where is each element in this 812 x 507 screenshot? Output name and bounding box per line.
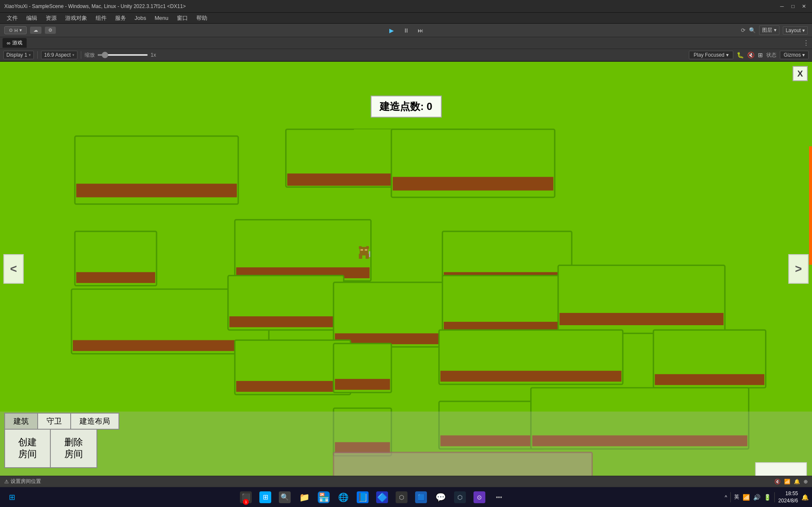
account-icon: ⊙ (9, 27, 13, 33)
display-dropdown[interactable]: Display 1 ▾ (3, 51, 34, 59)
scrollbar-indicator[interactable] (809, 146, 812, 265)
toolbar-center: ▶ ⏸ ⏭ (386, 26, 427, 35)
delete-room-button[interactable]: 删除房间 (51, 429, 97, 468)
score-box: 建造点数: 0 (370, 96, 441, 118)
chevron-down-icon: ▾ (726, 52, 729, 58)
tab-game[interactable]: ∞ 游戏 (3, 38, 27, 48)
expand-icon: ⊕ (804, 479, 808, 485)
game-tab-icon: ∞ (7, 40, 11, 46)
action-btn-row: 创建房间 删除房间 (4, 429, 119, 468)
scale-value: 1x (151, 52, 156, 58)
history-icon[interactable]: ⟳ (741, 27, 746, 33)
taskbar-start[interactable]: ⊞ (256, 489, 275, 506)
guard-tab[interactable]: 守卫 (38, 413, 71, 430)
menu-window[interactable]: 窗口 (173, 14, 191, 23)
taskbar-edge[interactable]: 🌐 (334, 489, 352, 506)
taskbar-datetime: 18:55 2024/8/6 (778, 490, 798, 504)
menu-file[interactable]: 文件 (3, 14, 21, 23)
title-bar-text: XiaoYouXi - SampleScene - Windows, Mac, … (4, 3, 186, 9)
svg-rect-40 (755, 463, 806, 476)
taskbar-unity2[interactable]: ⬡ (392, 489, 411, 506)
menu-services[interactable]: 服务 (112, 14, 129, 23)
menu-assets[interactable]: 资源 (42, 14, 60, 23)
taskbar-steam[interactable]: ⬡ (451, 489, 469, 506)
close-button[interactable]: ✕ (800, 3, 808, 10)
mute-icon[interactable]: 🔇 (747, 52, 754, 58)
cloud-button[interactable]: ☁ (30, 27, 41, 34)
aspect-dropdown[interactable]: 16:9 Aspect ▾ (41, 51, 77, 59)
menu-jobs[interactable]: Jobs (131, 14, 149, 22)
taskbar-explorer[interactable]: 📁 (295, 489, 314, 506)
wifi-icon[interactable]: 📶 (743, 494, 750, 501)
menu-bar: 文件 编辑 资源 游戏对象 组件 服务 Jobs Menu 窗口 帮助 (0, 13, 812, 24)
menu-menu[interactable]: Menu (151, 14, 172, 22)
layout-dropdown[interactable]: Layout ▾ (783, 26, 808, 35)
notification-bell-icon[interactable]: 🔔 (801, 494, 809, 501)
search-icon[interactable]: 🔍 (749, 27, 756, 33)
score-text: 建造点数: 0 (380, 101, 432, 112)
chevron-down-icon: ▾ (802, 52, 805, 58)
volume-icon[interactable]: 🔊 (753, 494, 760, 501)
start-button[interactable]: ⊞ (3, 489, 20, 506)
chevron-down-icon: ▾ (19, 27, 22, 33)
systray-expand[interactable]: ^ (725, 494, 727, 500)
scale-label: 缩放 (85, 52, 95, 59)
game-viewport: 建造点数: 0 X < > (0, 62, 812, 476)
battery-icon[interactable]: 🔋 (764, 494, 771, 501)
taskbar-app2[interactable]: 📘 (353, 489, 372, 506)
menu-gameobject[interactable]: 游戏对象 (62, 14, 91, 23)
svg-rect-45 (365, 249, 367, 251)
create-room-button[interactable]: 创建房间 (4, 429, 51, 468)
status-label: 状态 (766, 52, 776, 59)
taskbar-game[interactable]: 🟦 (412, 489, 430, 506)
layout-label: Layout (786, 27, 801, 33)
gizmos-button[interactable]: Gizmos ▾ (780, 51, 809, 59)
settings-button[interactable]: ⚙ (45, 27, 56, 34)
svg-rect-42 (359, 246, 362, 249)
account-button[interactable]: ⊙ H ▾ (4, 26, 27, 34)
close-button[interactable]: X (793, 66, 808, 81)
taskbar-store[interactable]: 🏪 (314, 489, 333, 506)
nav-left-button[interactable]: < (3, 254, 24, 284)
gizmos-label: Gizmos (784, 52, 801, 58)
building-tab[interactable]: 建筑 (4, 413, 38, 430)
display-label: Display 1 (6, 52, 27, 58)
step-button[interactable]: ⏭ (415, 26, 427, 35)
menu-edit[interactable]: 编辑 (23, 14, 41, 23)
game-toolbar: Display 1 ▾ 16:9 Aspect ▾ 缩放 1x Play Foc… (0, 49, 812, 62)
svg-rect-17 (229, 316, 342, 327)
layers-dropdown[interactable]: 图层 ▾ (759, 25, 779, 35)
tab-more-button[interactable]: ⋮ (803, 39, 809, 47)
taskbar-left: ⊞ (3, 489, 20, 506)
layout-tab[interactable]: 建造布局 (71, 413, 119, 430)
play-button[interactable]: ▶ (386, 26, 398, 35)
maximize-button[interactable]: □ (789, 3, 797, 10)
scale-slider[interactable] (97, 54, 148, 56)
minimize-button[interactable]: ─ (778, 3, 786, 10)
svg-rect-49 (369, 251, 370, 257)
title-bar: XiaoYouXi - SampleScene - Windows, Mac, … (0, 0, 812, 13)
systray-separator (730, 492, 731, 502)
pause-button[interactable]: ⏸ (400, 26, 412, 35)
stats-icon[interactable]: ⊞ (758, 52, 763, 58)
play-focused-button[interactable]: Play Focused ▾ (689, 51, 733, 59)
nav-right-button[interactable]: > (788, 254, 809, 284)
ime-icon[interactable]: 英 (734, 493, 739, 501)
taskbar-vs[interactable]: ⊙ (470, 489, 489, 506)
taskbar-more[interactable]: ••• (490, 489, 508, 506)
taskbar-search[interactable]: 🔍 (275, 489, 294, 506)
taskbar-app3[interactable]: 🔷 (373, 489, 391, 506)
bottom-ui: 建筑 守卫 建造布局 创建房间 删除房间 (4, 413, 119, 468)
menu-component[interactable]: 组件 (92, 14, 110, 23)
gt-right: Play Focused ▾ 🐛 🔇 ⊞ 状态 Gizmos ▾ (689, 51, 809, 59)
bug-icon[interactable]: 🐛 (737, 52, 744, 58)
taskbar-chat[interactable]: 💬 (431, 489, 450, 506)
taskbar-unity[interactable]: ⬛ 1 (237, 489, 255, 506)
wifi-icon: 📶 (784, 479, 790, 485)
play-focused-label: Play Focused (694, 52, 724, 58)
svg-rect-27 (335, 379, 390, 390)
main-content: 建造点数: 0 X < > (0, 62, 812, 476)
menu-help[interactable]: 帮助 (193, 14, 211, 23)
account-label: H (14, 28, 18, 33)
game-scene (0, 62, 812, 476)
